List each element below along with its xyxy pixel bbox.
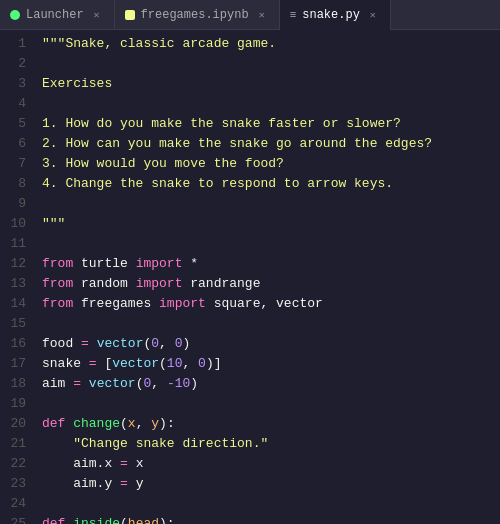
code-line-22: aim.x = x — [42, 454, 492, 474]
code-line-24 — [42, 494, 492, 514]
snake-icon: ≡ — [290, 9, 297, 21]
code-line-25: def inside(head): — [42, 514, 492, 524]
code-line-15 — [42, 314, 492, 334]
launcher-icon — [10, 10, 20, 20]
tab-freegames[interactable]: freegames.ipynb ✕ — [115, 0, 280, 30]
editor: 12345 678910 1112131415 1617181920 21222… — [0, 30, 500, 524]
tab-snake[interactable]: ≡ snake.py ✕ — [280, 0, 391, 30]
code-line-14: from freegames import square, vector — [42, 294, 492, 314]
code-line-10: """ — [42, 214, 492, 234]
code-line-4 — [42, 94, 492, 114]
code-line-5: 1. How do you make the snake faster or s… — [42, 114, 492, 134]
code-line-8: 4. Change the snake to respond to arrow … — [42, 174, 492, 194]
code-line-12: from turtle import * — [42, 254, 492, 274]
code-line-17: snake = [vector(10, 0)] — [42, 354, 492, 374]
tab-launcher-close[interactable]: ✕ — [90, 8, 104, 22]
tab-freegames-label: freegames.ipynb — [141, 8, 249, 22]
code-line-6: 2. How can you make the snake go around … — [42, 134, 492, 154]
tab-snake-label: snake.py — [302, 8, 360, 22]
tabs-bar: Launcher ✕ freegames.ipynb ✕ ≡ snake.py … — [0, 0, 500, 30]
code-line-3: Exercises — [42, 74, 492, 94]
tab-snake-close[interactable]: ✕ — [366, 8, 380, 22]
tab-launcher-label: Launcher — [26, 8, 84, 22]
tab-freegames-close[interactable]: ✕ — [255, 8, 269, 22]
tab-launcher[interactable]: Launcher ✕ — [0, 0, 115, 30]
code-line-9 — [42, 194, 492, 214]
code-line-7: 3. How would you move the food? — [42, 154, 492, 174]
code-line-11 — [42, 234, 492, 254]
code-line-21: "Change snake direction." — [42, 434, 492, 454]
code-line-23: aim.y = y — [42, 474, 492, 494]
code-line-13: from random import randrange — [42, 274, 492, 294]
code-line-2 — [42, 54, 492, 74]
code-area[interactable]: """Snake, classic arcade game. Exercises… — [34, 30, 500, 524]
code-line-20: def change(x, y): — [42, 414, 492, 434]
code-line-1: """Snake, classic arcade game. — [42, 34, 492, 54]
freegames-icon — [125, 10, 135, 20]
code-line-18: aim = vector(0, -10) — [42, 374, 492, 394]
code-line-16: food = vector(0, 0) — [42, 334, 492, 354]
code-line-19 — [42, 394, 492, 414]
line-numbers: 12345 678910 1112131415 1617181920 21222… — [0, 30, 34, 524]
